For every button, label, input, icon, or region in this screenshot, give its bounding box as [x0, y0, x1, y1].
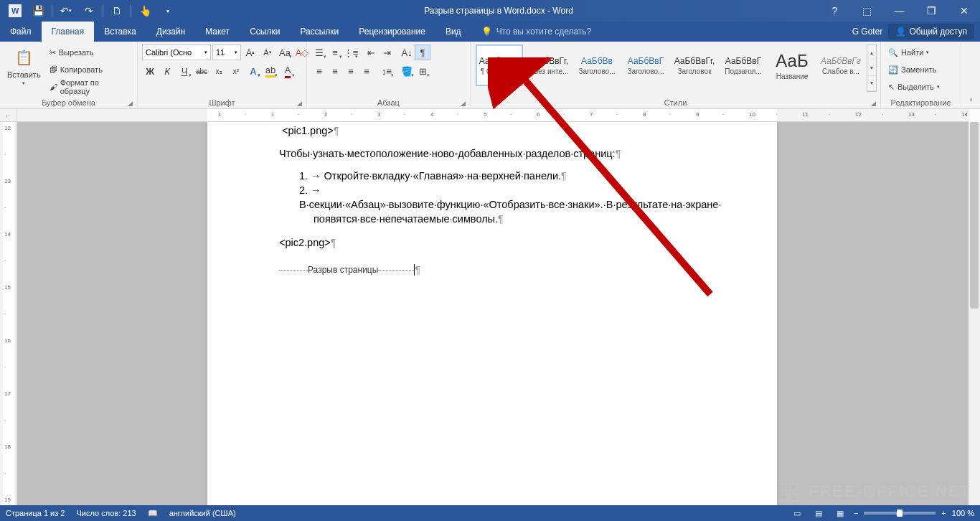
zoom-out-button[interactable]: − — [854, 509, 858, 517]
word-count[interactable]: Число слов: 213 — [76, 509, 136, 517]
align-left-button[interactable]: ≡ — [311, 63, 327, 79]
show-marks-button[interactable]: ¶ — [415, 44, 430, 60]
copy-button[interactable]: 🗐Копировать — [47, 62, 133, 78]
tell-me-search[interactable]: 💡 Что вы хотите сделать? — [471, 22, 592, 42]
qat-customize-button[interactable]: ▾ — [157, 1, 179, 21]
style-heading2[interactable]: АаБбВвГЗаголово... — [622, 44, 669, 86]
maximize-button[interactable]: ❐ — [915, 0, 948, 22]
list-item-1: Откройте·вкладку·«Главная»·на·верхней·па… — [324, 170, 562, 182]
style-subheading[interactable]: АаБбВвГПодзагол... — [720, 44, 767, 86]
tab-mailings[interactable]: Рассылки — [290, 22, 349, 42]
page[interactable]: <pic1.png> Чтобы·узнать·местоположение·н… — [207, 122, 777, 505]
clipboard-launcher[interactable]: ◢ — [128, 100, 133, 107]
minimize-button[interactable]: — — [883, 0, 915, 22]
tab-home[interactable]: Главная — [42, 22, 95, 42]
replace-button[interactable]: 🔄Заменить — [885, 62, 943, 78]
share-button[interactable]: 👤 Общий доступ — [888, 24, 974, 39]
shading-button[interactable]: 🪣 — [399, 63, 415, 79]
grow-font-button[interactable]: A▴ — [242, 44, 258, 60]
tab-design[interactable]: Дизайн — [146, 22, 195, 42]
titlebar: W 💾 ↶▾ ↷ 🗋 👆 ▾ Разрыв страницы в Word.do… — [0, 0, 980, 22]
help-button[interactable]: ? — [819, 0, 851, 22]
web-layout-button[interactable]: ▦ — [832, 507, 848, 520]
tab-view[interactable]: Вид — [435, 22, 471, 42]
shrink-font-button[interactable]: A▾ — [260, 44, 275, 60]
scrollbar-thumb[interactable] — [970, 122, 979, 309]
touch-mode-button[interactable]: 👆 — [134, 1, 156, 21]
change-case-button[interactable]: Aa — [277, 44, 293, 60]
user-name[interactable]: G Goter — [852, 27, 883, 37]
superscript-button[interactable]: x² — [228, 63, 244, 79]
print-layout-button[interactable]: ▤ — [811, 507, 826, 520]
tab-file[interactable]: Файл — [0, 22, 42, 42]
text-effects-button[interactable]: A — [245, 63, 261, 79]
find-button[interactable]: 🔍Найти▾ — [885, 44, 943, 60]
multilevel-button[interactable]: ⋮≡ — [343, 44, 359, 60]
word-icon[interactable]: W — [4, 1, 26, 21]
save-button[interactable]: 💾 — [27, 1, 49, 21]
subscript-button[interactable]: x₂ — [211, 63, 227, 79]
font-launcher[interactable]: ◢ — [297, 100, 302, 107]
italic-button[interactable]: К — [159, 63, 175, 79]
zoom-level[interactable]: 100 % — [952, 509, 974, 517]
tab-insert[interactable]: Вставка — [94, 22, 146, 42]
styles-gallery[interactable]: АаБбВвГг,¶ Обычный АаБбВвГг,¶ Без инте..… — [475, 44, 877, 92]
tab-review[interactable]: Рецензирование — [349, 22, 435, 42]
zoom-in-button[interactable]: + — [941, 509, 946, 517]
bulb-icon: 💡 — [481, 27, 492, 37]
collapse-ribbon-button[interactable]: ˄ — [961, 42, 980, 108]
document-title: Разрыв страницы в Word.docx - Word — [179, 6, 819, 16]
indent-button[interactable]: ⇥ — [379, 44, 395, 60]
numbering-button[interactable]: ≡ — [327, 44, 343, 60]
tab-layout[interactable]: Макет — [195, 22, 240, 42]
align-center-button[interactable]: ≡ — [327, 63, 343, 79]
style-heading1[interactable]: АаБбВвЗаголово... — [573, 44, 621, 86]
style-heading3[interactable]: АаБбВвГг,Заголовок — [671, 44, 718, 86]
spell-check-icon[interactable]: 📖 — [148, 509, 158, 518]
cut-button[interactable]: ✂Вырезать — [47, 44, 133, 60]
clear-format-button[interactable]: A◇ — [294, 44, 310, 60]
cursor-icon: ↖ — [888, 83, 895, 92]
zoom-slider[interactable] — [864, 512, 936, 515]
style-normal[interactable]: АаБбВвГг,¶ Обычный — [476, 44, 523, 86]
styles-launcher[interactable]: ◢ — [871, 100, 876, 107]
font-color-button[interactable]: A — [280, 63, 296, 79]
close-button[interactable]: ✕ — [948, 0, 980, 22]
format-painter-button[interactable]: 🖌Формат по образцу — [47, 79, 133, 95]
strike-button[interactable]: abc — [194, 63, 209, 79]
style-title[interactable]: АаБНазвание — [768, 44, 816, 86]
style-no-spacing[interactable]: АаБбВвГг,¶ Без инте... — [524, 44, 572, 86]
vertical-scrollbar[interactable] — [969, 122, 980, 505]
ribbon-options-button[interactable]: ⬚ — [851, 0, 883, 22]
align-right-button[interactable]: ≡ — [343, 63, 359, 79]
redo-button[interactable]: ↷ — [78, 1, 100, 21]
justify-button[interactable]: ≡ — [359, 63, 374, 79]
paste-button[interactable]: 📋 Вставить ▾ — [4, 44, 44, 88]
read-mode-button[interactable]: ▭ — [789, 507, 805, 520]
select-button[interactable]: ↖Выделить▾ — [885, 79, 943, 95]
horizontal-ruler[interactable]: 1·1·2·3·4·5·6·7·8·9·10·11·12·13·14·15·16… — [17, 109, 969, 122]
ruler-corner: ⌐ — [0, 109, 17, 122]
underline-button[interactable]: Ч — [176, 63, 192, 79]
new-doc-button[interactable]: 🗋 — [106, 1, 128, 21]
tab-references[interactable]: Ссылки — [240, 22, 290, 42]
style-emphasis[interactable]: АаБбВвГгСлабое в... — [817, 44, 864, 86]
para-launcher[interactable]: ◢ — [461, 100, 466, 107]
vertical-ruler[interactable]: 12·13·14·15·16·17·18·19·20·21·22·23·24·2… — [0, 122, 17, 505]
language-indicator[interactable]: английский (США) — [169, 509, 236, 517]
pic2-placeholder: <pic2.png> — [279, 237, 331, 248]
font-size-combo[interactable]: 11▾ — [212, 44, 241, 60]
line-spacing-button[interactable]: ↕≡ — [379, 63, 395, 79]
outdent-button[interactable]: ⇤ — [363, 44, 379, 60]
borders-button[interactable]: ⊞ — [415, 63, 430, 79]
highlight-button[interactable]: ab — [263, 63, 278, 79]
bold-button[interactable]: Ж — [142, 63, 158, 79]
bullets-button[interactable]: ☰ — [311, 44, 327, 60]
document-area[interactable]: <pic1.png> Чтобы·узнать·местоположение·н… — [17, 122, 969, 505]
sort-button[interactable]: A↓ — [399, 44, 415, 60]
font-name-combo[interactable]: Calibri (Осно▾ — [142, 44, 211, 60]
undo-button[interactable]: ↶▾ — [55, 1, 77, 21]
group-clipboard: 📋 Вставить ▾ ✂Вырезать 🗐Копировать 🖌Форм… — [0, 42, 138, 108]
styles-scroll[interactable]: ▴▾▾ — [867, 44, 877, 92]
page-indicator[interactable]: Страница 1 из 2 — [6, 509, 65, 517]
